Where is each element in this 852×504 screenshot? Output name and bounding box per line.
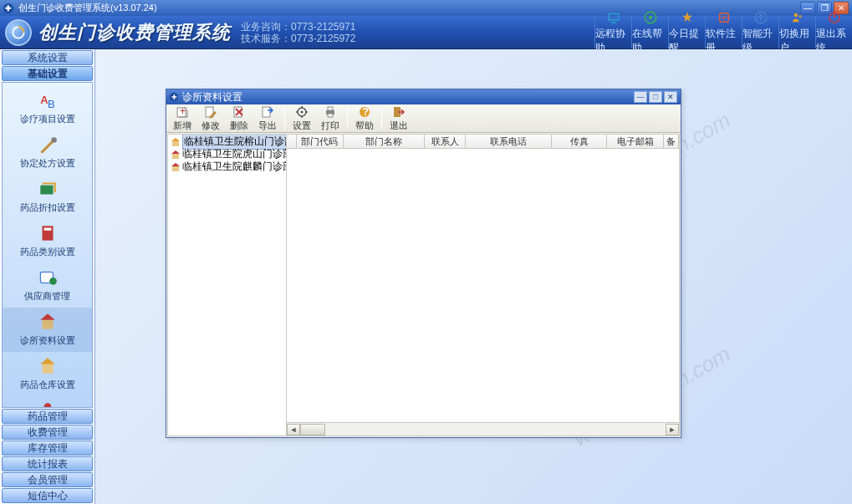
sidebar-item-drug-warehouse-settings[interactable]: 药品仓库设置 bbox=[3, 352, 92, 396]
export-icon bbox=[261, 105, 274, 119]
svg-text:?: ? bbox=[363, 106, 369, 118]
sidebar-item-agreement-prescription-settings[interactable]: 协定处方设置 bbox=[3, 130, 92, 175]
grid-header: 部门代码部门名称联系人联系电话传真电子邮箱备 bbox=[287, 135, 679, 149]
grid-header-remark[interactable]: 备 bbox=[664, 135, 679, 148]
top-action-today-reminder[interactable]: 今日提醒 bbox=[668, 16, 705, 48]
contact-line2: 技术服务：0773-2125972 bbox=[241, 33, 355, 44]
tree-panel: 临桂镇卫生院榕山门诊部临桂镇卫生院虎山门诊部临桂镇卫生院麒麟门诊部 bbox=[168, 135, 287, 435]
grid-header-contact-person[interactable]: 联系人 bbox=[425, 135, 466, 148]
sidebar-item-employee-info-management[interactable]: 员工资料管理 bbox=[3, 396, 92, 408]
toolbar-button-label: 导出 bbox=[258, 120, 277, 132]
sidebar-item-drug-discount-settings[interactable]: 药品折扣设置 bbox=[3, 175, 92, 219]
toolbar-delete-button[interactable]: 删除 bbox=[225, 104, 253, 134]
grid-header-dept-name[interactable]: 部门名称 bbox=[344, 135, 425, 148]
tree-node[interactable]: 临桂镇卫生院麒麟门诊部 bbox=[169, 160, 285, 173]
grid-header-email[interactable]: 电子邮箱 bbox=[607, 135, 664, 148]
scroll-right-button[interactable]: ► bbox=[666, 424, 679, 435]
sidebar-group-statistics-report[interactable]: 统计报表 bbox=[2, 456, 93, 471]
sidebar-item-clinic-info-settings[interactable]: 诊所资料设置 bbox=[3, 308, 92, 352]
today-reminder-icon bbox=[680, 10, 695, 25]
house-icon bbox=[171, 137, 181, 147]
remote-assist-icon bbox=[606, 10, 621, 25]
inner-window-title: 诊所资料设置 bbox=[182, 90, 632, 104]
tree-node-label: 临桂镇卫生院麒麟门诊部 bbox=[182, 160, 287, 174]
toolbar-help-button[interactable]: ?帮助 bbox=[350, 104, 379, 134]
toolbar-button-label: 删除 bbox=[230, 120, 248, 132]
top-action-remote-assist[interactable]: 远程协助 bbox=[594, 16, 631, 48]
top-action-exit-system[interactable]: 退出系统 bbox=[815, 16, 852, 48]
toolbar-edit-button[interactable]: 修改 bbox=[196, 104, 225, 134]
toolbar-add-button[interactable]: +新增 bbox=[168, 104, 196, 134]
help-icon: ? bbox=[358, 105, 371, 119]
toolbar-button-label: 设置 bbox=[293, 120, 311, 132]
delete-icon bbox=[232, 105, 246, 119]
top-action-software-register[interactable]: 软件注册 bbox=[705, 16, 742, 48]
grid-panel: 部门代码部门名称联系人联系电话传真电子邮箱备 ◄ ► bbox=[287, 135, 679, 435]
inner-close-button[interactable]: ✕ bbox=[664, 91, 677, 103]
svg-rect-38 bbox=[172, 154, 179, 159]
sidebar-group-member-management[interactable]: 会员管理 bbox=[2, 472, 93, 487]
scroll-track[interactable] bbox=[300, 424, 666, 435]
toolbar-settings-button[interactable]: 设置 bbox=[288, 104, 316, 134]
svg-point-8 bbox=[798, 14, 802, 18]
agreement-prescription-settings-icon bbox=[37, 134, 59, 155]
grid-header-fax[interactable]: 传真 bbox=[552, 135, 607, 148]
top-action-online-help[interactable]: 在线帮助 bbox=[631, 16, 668, 48]
sidebar-group-system-settings[interactable]: 系统设置 bbox=[2, 50, 93, 65]
online-help-icon bbox=[643, 10, 658, 25]
grid-header-contact-phone[interactable]: 联系电话 bbox=[466, 135, 552, 148]
toolbar-export-button[interactable]: 导出 bbox=[253, 104, 282, 134]
toolbar-print-button[interactable]: 打印 bbox=[316, 104, 344, 134]
grid-header-dept-code[interactable]: 部门代码 bbox=[297, 135, 344, 148]
sidebar-group-sms-center[interactable]: 短信中心 bbox=[2, 488, 93, 503]
svg-rect-20 bbox=[42, 364, 53, 374]
sidebar-group-drug-management[interactable]: 药品管理 bbox=[2, 409, 93, 424]
svg-point-30 bbox=[301, 110, 304, 113]
tree-node[interactable]: 临桂镇卫生院榕山门诊部 bbox=[169, 135, 285, 148]
contact-line1: 业务咨询：0773-2125971 bbox=[241, 21, 355, 33]
sidebar-item-drug-category-settings[interactable]: 药品类别设置 bbox=[3, 219, 92, 263]
svg-rect-32 bbox=[328, 107, 333, 110]
house-icon bbox=[171, 162, 181, 172]
grid-hscrollbar[interactable]: ◄ ► bbox=[287, 422, 679, 435]
tree-node[interactable]: 临桂镇卫生院虎山门诊部 bbox=[169, 148, 285, 160]
svg-point-13 bbox=[51, 137, 57, 143]
svg-rect-33 bbox=[328, 114, 333, 117]
svg-rect-14 bbox=[40, 186, 53, 195]
logo-icon bbox=[5, 19, 32, 46]
toolbar-separator bbox=[347, 108, 348, 130]
sidebar-item-supplier-management[interactable]: 供应商管理 bbox=[3, 263, 92, 308]
svg-point-4 bbox=[648, 15, 652, 19]
top-action-smart-upgrade[interactable]: 智能升级 bbox=[742, 16, 778, 48]
switch-user-icon bbox=[790, 10, 805, 25]
workspace: www.YuuDnn.com www.YuuDnn.com www.YuuDnn… bbox=[95, 49, 852, 504]
toolbar-button-label: 新增 bbox=[173, 120, 191, 132]
sidebar-item-label: 药品类别设置 bbox=[20, 246, 75, 258]
edit-icon bbox=[204, 105, 217, 119]
sidebar-group-basic-settings[interactable]: 基础设置 bbox=[2, 66, 93, 81]
toolbar-button-label: 退出 bbox=[390, 120, 408, 132]
svg-point-7 bbox=[793, 13, 798, 17]
app-icon: ✚ bbox=[3, 3, 13, 13]
sidebar-group-charge-management[interactable]: 收费管理 bbox=[2, 425, 93, 440]
top-actions: 远程协助在线帮助今日提醒软件注册智能升级切换用户退出系统 bbox=[594, 16, 852, 48]
scroll-left-button[interactable]: ◄ bbox=[287, 424, 300, 435]
inner-minimize-button[interactable]: — bbox=[634, 91, 647, 103]
svg-rect-39 bbox=[172, 166, 179, 171]
sidebar-item-label: 协定处方设置 bbox=[20, 157, 75, 170]
toolbar-button-label: 修改 bbox=[202, 120, 220, 132]
toolbar-button-label: 打印 bbox=[321, 120, 339, 132]
clinic-info-window: ✚ 诊所资料设置 — □ ✕ +新增修改删除导出设置打印?帮助退出 临桂镇卫生院… bbox=[166, 89, 681, 438]
sidebar-group-inventory-management[interactable]: 库存管理 bbox=[2, 440, 93, 456]
scroll-thumb[interactable] bbox=[300, 424, 325, 435]
sidebar-items-panel: AB诊疗项目设置协定处方设置药品折扣设置药品类别设置供应商管理诊所资料设置药品仓… bbox=[2, 82, 93, 408]
supplier-management-icon bbox=[37, 267, 59, 288]
inner-maximize-button[interactable]: □ bbox=[649, 91, 662, 103]
print-icon bbox=[324, 105, 337, 119]
toolbar-exit-button[interactable]: 退出 bbox=[385, 104, 413, 134]
svg-rect-28 bbox=[263, 107, 270, 117]
smart-upgrade-icon bbox=[753, 10, 768, 25]
toolbar-separator bbox=[284, 108, 285, 130]
sidebar-item-treatment-item-settings[interactable]: AB诊疗项目设置 bbox=[3, 86, 92, 130]
top-action-switch-user[interactable]: 切换用户 bbox=[778, 16, 815, 48]
